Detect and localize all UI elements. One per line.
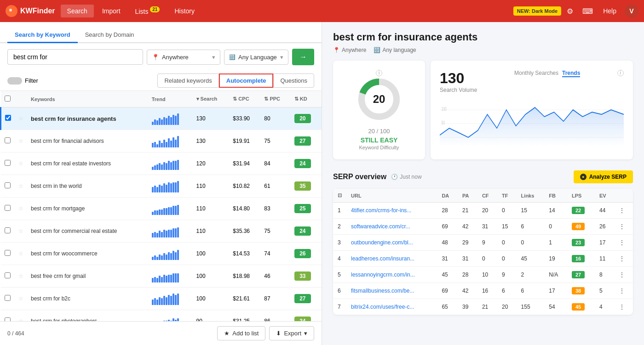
col-search[interactable]: ▾ Search: [193, 91, 230, 107]
star-icon[interactable]: ☆: [15, 175, 27, 198]
col-kd[interactable]: ⇅ KD: [291, 91, 322, 107]
serp-more-menu[interactable]: ⋮: [615, 299, 633, 315]
filter-switch[interactable]: [7, 77, 22, 85]
col-cpc[interactable]: ⇅ CPC: [229, 91, 260, 107]
trend-chart: [152, 225, 189, 238]
serp-col-more: [615, 189, 633, 203]
sv-number: 130: [440, 70, 477, 87]
related-keywords-btn[interactable]: Related keywords: [157, 74, 218, 88]
serp-more-menu[interactable]: ⋮: [615, 203, 633, 219]
row-checkbox-9[interactable]: [5, 317, 11, 321]
serp-more-menu[interactable]: ⋮: [615, 235, 633, 251]
trend-chart: [152, 157, 189, 170]
tab-keyword[interactable]: Search by Keyword: [7, 28, 78, 43]
search-go-button[interactable]: →: [292, 49, 314, 65]
star-icon[interactable]: ☆: [15, 220, 27, 243]
autocomplete-btn[interactable]: Autocomplete: [219, 74, 274, 88]
serp-more-menu[interactable]: ⋮: [615, 219, 633, 235]
nav-lists[interactable]: Lists 21: [129, 4, 167, 18]
trend-bar: [175, 295, 177, 305]
row-checkbox-4[interactable]: [5, 205, 11, 211]
row-checkbox-3[interactable]: [5, 182, 11, 188]
col-trend: Trend: [148, 91, 193, 107]
row-checkbox-7[interactable]: [5, 272, 11, 278]
row-checkbox-2[interactable]: [5, 160, 11, 166]
table-row[interactable]: ☆ best crm for photographers 90 $31.25 8…: [1, 310, 322, 322]
search-bar: 📍 Anywhere ▾ 🔡 Any Language ▾ →: [0, 43, 322, 71]
col-ppc[interactable]: ⇅ PPC: [260, 91, 290, 107]
table-row[interactable]: ☆ best crm for mortgage 110 $14.80 83 25: [1, 198, 322, 220]
help-menu[interactable]: Help: [598, 5, 621, 17]
row-checkbox-8[interactable]: [5, 295, 11, 301]
cpc-value: $14.80: [229, 198, 260, 220]
clock-icon: 🕐: [391, 174, 398, 180]
questions-btn[interactable]: Questions: [273, 74, 314, 88]
star-icon[interactable]: ☆: [15, 130, 27, 153]
serp-section: SERP overview 🕐 Just now ● Analyze SERP …: [333, 170, 633, 315]
sv-info-icon[interactable]: i: [617, 70, 624, 76]
trend-bar: [166, 208, 167, 215]
serp-pa: 28: [458, 267, 477, 283]
trend-bar: [156, 144, 158, 148]
table-row[interactable]: ☆ best crm for real estate investors 120…: [1, 153, 322, 175]
row-checkbox-6[interactable]: [5, 250, 11, 256]
table-row[interactable]: ☆ best free crm for gmail 100 $18.98 46 …: [1, 265, 322, 288]
table-row[interactable]: ☆ best crm in the world 110 $10.82 61 35: [1, 175, 322, 198]
keyword-input[interactable]: [7, 49, 143, 65]
star-icon[interactable]: ☆: [15, 265, 27, 288]
analyze-serp-button[interactable]: ● Analyze SERP: [574, 170, 633, 183]
keyword-name: best crm for commercial real estate: [31, 228, 117, 234]
serp-url-link[interactable]: bitrix24.com/uses/free-c...: [351, 304, 414, 310]
dark-mode-btn[interactable]: NEW: Dark Mode: [513, 6, 561, 16]
serp-more-menu[interactable]: ⋮: [615, 251, 633, 267]
nav-search[interactable]: Search: [61, 5, 94, 17]
add-to-list-button[interactable]: ★ Add to list: [217, 326, 265, 340]
serp-more-menu[interactable]: ⋮: [615, 283, 633, 299]
nav-history[interactable]: History: [168, 5, 201, 17]
serp-url-link[interactable]: softwareadvice.com/cr...: [351, 223, 410, 230]
trend-bar: [159, 185, 161, 193]
location-select[interactable]: 📍 Anywhere ▾: [147, 50, 220, 65]
keyboard-icon[interactable]: ⌨: [579, 4, 597, 18]
trend-bar: [154, 186, 156, 192]
star-icon[interactable]: ☆: [15, 198, 27, 220]
serp-url-link[interactable]: leadheroes.com/insuran...: [351, 255, 414, 262]
star-icon[interactable]: ☆: [15, 310, 27, 322]
table-row[interactable]: ☆ best crm for woocommerce 100 $14.53 74…: [1, 243, 322, 265]
serp-url-link[interactable]: fitsmallbusiness.com/be...: [351, 288, 414, 294]
table-row[interactable]: ☆ best crm for financial advisors 130 $1…: [1, 130, 322, 153]
kd-info-icon[interactable]: i: [376, 70, 382, 76]
nav-import[interactable]: Import: [96, 5, 127, 17]
select-all-checkbox[interactable]: [5, 96, 11, 102]
table-row[interactable]: ☆ best crm for b2c 100 $21.61 87 27: [1, 288, 322, 310]
sv-tab-trends[interactable]: Trends: [562, 70, 580, 77]
row-checkbox-0[interactable]: [5, 115, 11, 121]
tab-domain[interactable]: Search by Domain: [78, 28, 142, 43]
row-checkbox-1[interactable]: [5, 137, 11, 143]
serp-url-link[interactable]: outboundengine.com/bl...: [351, 239, 413, 246]
table-row[interactable]: ☆ best crm for insurance agents 130 $33.…: [1, 107, 322, 130]
language-select[interactable]: 🔡 Any Language ▾: [224, 50, 288, 65]
trend-bar: [152, 257, 154, 260]
trend-bar: [159, 163, 161, 170]
kd-sub-label: Keyword Difficulty: [359, 145, 399, 150]
serp-more-menu[interactable]: ⋮: [615, 267, 633, 283]
sv-tab-monthly[interactable]: Monthly Searches: [514, 70, 558, 77]
settings-icon[interactable]: ⚙: [563, 4, 577, 18]
search-volume: 100: [193, 243, 230, 265]
star-icon[interactable]: ☆: [15, 243, 27, 265]
user-avatar[interactable]: V: [625, 4, 638, 18]
trend-bar: [170, 183, 172, 192]
export-button[interactable]: ⬇ Export ▾: [269, 326, 314, 340]
sv-label: Search Volume: [440, 87, 477, 93]
row-checkbox-5[interactable]: [5, 227, 11, 233]
serp-url-link[interactable]: 4tifier.com/crms-for-ins...: [351, 207, 411, 214]
star-icon[interactable]: ☆: [15, 107, 27, 130]
star-icon[interactable]: ☆: [15, 288, 27, 310]
serp-col-cf: CF: [477, 189, 497, 203]
table-row[interactable]: ☆ best crm for commercial real estate 11…: [1, 220, 322, 243]
brand-logo[interactable]: KWFinder: [6, 5, 55, 17]
trend-bar: [163, 208, 165, 215]
star-icon[interactable]: ☆: [15, 153, 27, 175]
serp-url-link[interactable]: lessannoyingcrm.com/in...: [351, 271, 415, 278]
